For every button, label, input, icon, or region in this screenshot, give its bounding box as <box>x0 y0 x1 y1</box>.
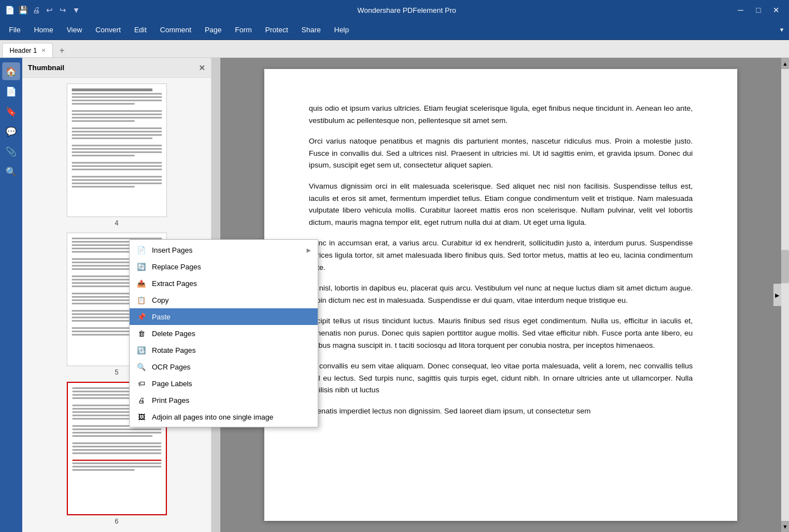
pdf-page: quis odio et ipsum varius ultricies. Eti… <box>264 69 737 521</box>
menu-file[interactable]: File <box>2 22 27 37</box>
ctx-copy-label: Copy <box>152 296 211 304</box>
paste-icon: 📌 <box>136 312 146 322</box>
thumbnail-panel: Thumbnail ✕ <box>22 58 211 532</box>
tab-add-button[interactable]: + <box>55 44 68 57</box>
sidebar-home-icon[interactable]: 🏠 <box>2 62 20 80</box>
main-layout: 🏠 📄 🔖 💬 📎 🔍 Thumbnail ✕ <box>0 58 789 532</box>
save-icon[interactable]: 💾 <box>18 5 28 15</box>
ctx-copy[interactable]: 📋 Copy <box>130 292 211 308</box>
ctx-paste-label: Paste <box>152 313 211 321</box>
ctx-adjoin[interactable]: 🖼 Adjoin all pages into one single image <box>130 408 211 425</box>
rotate-pages-icon: 🔃 <box>136 345 146 355</box>
extract-pages-icon: 📤 <box>136 278 146 288</box>
copy-icon: 📋 <box>136 295 146 305</box>
thumbnail-page-4[interactable]: 4 <box>67 83 167 227</box>
ctx-paste[interactable]: 📌 Paste <box>130 308 211 325</box>
ctx-replace-pages-label: Replace Pages <box>152 263 211 271</box>
ctx-extract-pages-label: Extract Pages <box>152 279 211 288</box>
pdf-para-4: Nunc in accumsan erat, a varius arcu. Cu… <box>309 237 693 273</box>
app-icon: 📄 <box>4 5 14 15</box>
pdf-para-5: ex nisl, lobortis in dapibus eu, placera… <box>309 282 693 306</box>
ctx-print-pages[interactable]: 🖨 Print Pages <box>130 392 211 408</box>
pdf-para-6: uscipit tellus ut risus tincidunt luctus… <box>309 315 693 351</box>
right-collapse-arrow[interactable]: ▶ <box>773 284 781 306</box>
menu-help[interactable]: Help <box>328 22 356 37</box>
scroll-up[interactable]: ▲ <box>781 58 789 69</box>
menu-edit[interactable]: Edit <box>127 22 153 37</box>
ocr-pages-icon: 🔍 <box>136 362 146 372</box>
ctx-replace-pages[interactable]: 🔄 Replace Pages <box>130 258 211 275</box>
thumbnail-num-6: 6 <box>115 518 119 525</box>
scroll-thumb[interactable] <box>781 250 789 283</box>
thumbnail-title: Thumbnail <box>28 63 65 72</box>
ctx-extract-pages[interactable]: 📤 Extract Pages <box>130 275 211 292</box>
pdf-para-1: quis odio et ipsum varius ultricies. Eti… <box>309 102 693 126</box>
print-icon[interactable]: 🖨 <box>31 5 41 15</box>
tab-header1[interactable]: Header 1 ✕ <box>2 43 53 57</box>
title-bar: 📄 💾 🖨 ↩ ↪ ▼ Wondershare PDFelement Pro ─… <box>0 0 789 20</box>
print-pages-icon: 🖨 <box>136 395 146 405</box>
dropdown-icon[interactable]: ▼ <box>71 5 81 15</box>
ctx-insert-pages-label: Insert Pages <box>152 246 211 254</box>
menu-form[interactable]: Form <box>228 22 258 37</box>
pdf-text: quis odio et ipsum varius ultricies. Eti… <box>309 102 693 417</box>
pdf-para-8: enenatis imperdiet lectus non dignissim.… <box>309 405 693 417</box>
menu-convert[interactable]: Convert <box>89 22 128 37</box>
thumbnail-num-4: 4 <box>115 219 119 227</box>
ctx-insert-pages[interactable]: 📄 Insert Pages ▶ <box>130 242 211 258</box>
menu-share[interactable]: Share <box>295 22 328 37</box>
ctx-rotate-pages-label: Rotate Pages <box>152 346 211 354</box>
vertical-scrollbar[interactable]: ▲ ▼ <box>781 58 789 532</box>
adjoin-icon: 🖼 <box>136 412 146 422</box>
ctx-ocr-pages-label: OCR Pages <box>152 363 211 371</box>
minimize-button[interactable]: ─ <box>732 2 749 18</box>
thumbnail-header: Thumbnail ✕ <box>22 58 211 78</box>
pdf-para-3: Vivamus dignissim orci in elit malesuada… <box>309 180 693 228</box>
tab-bar: Header 1 ✕ + <box>0 40 789 58</box>
title-bar-quick-access: 📄 💾 🖨 ↩ ↪ ▼ <box>4 5 81 15</box>
window-controls: ─ □ ✕ <box>732 2 785 18</box>
sidebar-page-icon[interactable]: 📄 <box>2 82 20 100</box>
ctx-delete-pages-label: Delete Pages <box>152 329 211 338</box>
ctx-page-labels[interactable]: 🏷 Page Labels <box>130 375 211 392</box>
ctx-page-labels-label: Page Labels <box>152 380 211 388</box>
pdf-para-7: se convallis eu sem vitae aliquam. Donec… <box>309 360 693 396</box>
maximize-button[interactable]: □ <box>750 2 767 18</box>
ctx-adjoin-label: Adjoin all pages into one single image <box>152 413 211 421</box>
sidebar-icons: 🏠 📄 🔖 💬 📎 🔍 <box>0 58 22 532</box>
replace-pages-icon: 🔄 <box>136 262 146 272</box>
redo-icon[interactable]: ↪ <box>58 5 68 15</box>
menu-view[interactable]: View <box>60 22 89 37</box>
ctx-rotate-pages[interactable]: 🔃 Rotate Pages <box>130 342 211 358</box>
page-labels-icon: 🏷 <box>136 378 146 388</box>
delete-pages-icon: 🗑 <box>136 328 146 338</box>
menu-bar-arrow[interactable]: ▼ <box>777 24 787 35</box>
scroll-track <box>781 69 789 521</box>
thumbnail-img-4 <box>67 83 167 217</box>
menu-page[interactable]: Page <box>198 22 228 37</box>
tab-close-button[interactable]: ✕ <box>41 47 46 53</box>
insert-pages-icon: 📄 <box>136 245 146 255</box>
thumbnail-num-5: 5 <box>115 368 119 376</box>
menu-home[interactable]: Home <box>27 22 60 37</box>
menu-protect[interactable]: Protect <box>259 22 295 37</box>
app-title: Wondershare PDFelement Pro <box>81 6 732 14</box>
menu-bar: File Home View Convert Edit Comment Page… <box>0 20 789 40</box>
thumbnail-close-button[interactable]: ✕ <box>199 63 205 72</box>
ctx-delete-pages[interactable]: 🗑 Delete Pages <box>130 325 211 342</box>
tab-label: Header 1 <box>9 47 37 55</box>
undo-icon[interactable]: ↩ <box>45 5 55 15</box>
ctx-ocr-pages[interactable]: 🔍 OCR Pages <box>130 358 211 375</box>
menu-comment[interactable]: Comment <box>154 22 198 37</box>
sidebar-bookmark-icon[interactable]: 🔖 <box>2 102 20 120</box>
sidebar-search-icon[interactable]: 🔍 <box>2 162 20 180</box>
sidebar-attachment-icon[interactable]: 📎 <box>2 142 20 160</box>
ctx-print-pages-label: Print Pages <box>152 396 211 405</box>
sidebar-comment-icon[interactable]: 💬 <box>2 122 20 140</box>
scroll-down[interactable]: ▼ <box>781 521 789 532</box>
close-button[interactable]: ✕ <box>768 2 785 18</box>
context-menu: 📄 Insert Pages ▶ 🔄 Replace Pages 📤 Extra… <box>129 239 211 427</box>
pdf-para-2: Orci varius natoque penatibus et magnis … <box>309 135 693 171</box>
